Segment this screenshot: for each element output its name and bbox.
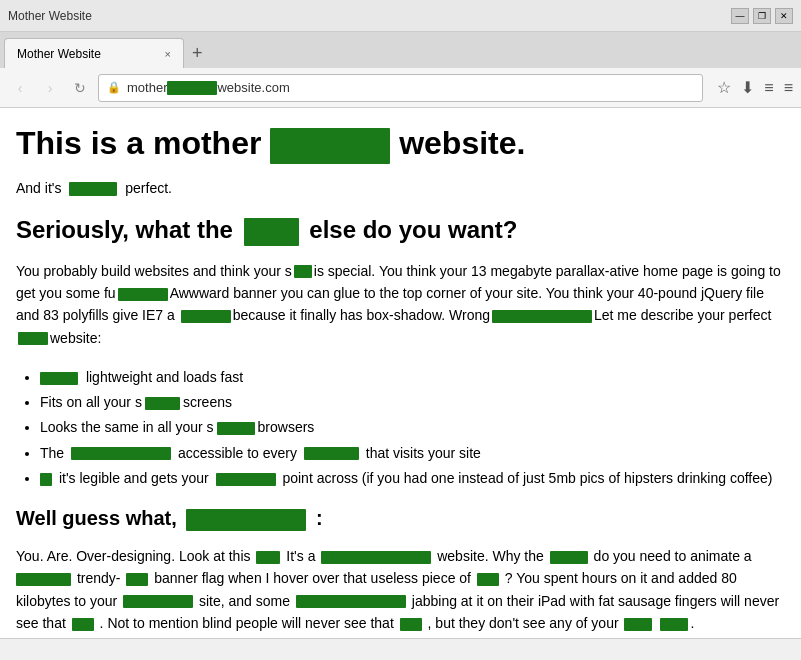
forward-button[interactable]: › — [38, 76, 62, 100]
bullet-item-1: lightweight and loads fast — [40, 365, 785, 390]
redacted-fu — [118, 288, 168, 301]
minimize-button[interactable]: — — [731, 8, 749, 24]
restore-button[interactable]: ❐ — [753, 8, 771, 24]
page-content: This is a mother website. And it's perfe… — [0, 108, 801, 638]
active-tab[interactable]: Mother Website × — [4, 38, 184, 68]
redacted-b3 — [217, 422, 255, 435]
back-button[interactable]: ‹ — [8, 76, 32, 100]
body-paragraph-1: You probably build websites and think yo… — [16, 260, 785, 350]
redacted-s1 — [294, 265, 312, 278]
redacted-b5b — [216, 473, 276, 486]
redacted-b1 — [40, 372, 78, 385]
redacted-y10 — [400, 618, 422, 631]
redacted-y5 — [126, 573, 148, 586]
main-heading-start: This is a mother — [16, 125, 261, 161]
address-bar: ‹ › ↻ 🔒 mother website.com ☆ ⬇ ≡ ≡ — [0, 68, 801, 108]
main-heading-end: website. — [399, 125, 525, 161]
url-redacted — [167, 81, 217, 95]
sub-text: And it's perfect. — [16, 180, 785, 196]
redacted-y11a — [624, 618, 652, 631]
tab-bar: Mother Website × + — [0, 32, 801, 68]
bullet-item-3: Looks the same in all your s browsers — [40, 415, 785, 440]
tab-close-button[interactable]: × — [165, 48, 171, 60]
redacted-y7 — [123, 595, 193, 608]
title-bar: Mother Website — ❐ ✕ — [0, 0, 801, 32]
redacted-b2 — [145, 397, 180, 410]
title-text: Mother Website — [8, 9, 92, 23]
you-paragraph: You. Are. Over-designing. Look at this I… — [16, 545, 785, 635]
heading-redacted-1 — [270, 128, 390, 164]
lock-icon: 🔒 — [107, 81, 121, 94]
url-bar[interactable]: 🔒 mother website.com — [98, 74, 703, 102]
pocket-icon[interactable]: ⬇ — [741, 78, 754, 97]
status-bar — [0, 638, 801, 660]
redacted-y6 — [477, 573, 499, 586]
bullet-list: lightweight and loads fast Fits on all y… — [40, 365, 785, 491]
redacted-perfect2 — [18, 332, 48, 345]
refresh-button[interactable]: ↻ — [68, 76, 92, 100]
toolbar-icons: ☆ ⬇ ≡ ≡ — [717, 78, 793, 97]
redacted-y9 — [72, 618, 94, 631]
close-button[interactable]: ✕ — [775, 8, 793, 24]
menu-icon[interactable]: ≡ — [784, 79, 793, 97]
redacted-b4a — [71, 447, 171, 460]
seriously-heading: Seriously, what the else do you want? — [16, 216, 785, 246]
new-tab-button[interactable]: + — [184, 38, 211, 68]
browser-window: Mother Website — ❐ ✕ Mother Website × + … — [0, 0, 801, 660]
redacted-wrong — [492, 310, 592, 323]
redacted-y3 — [550, 551, 588, 564]
bullet-item-5: it's legible and gets your point across … — [40, 466, 785, 491]
bookmark-icon[interactable]: ☆ — [717, 78, 731, 97]
well-heading: Well guess what, : — [16, 507, 785, 531]
main-heading: This is a mother website. — [16, 124, 785, 164]
url-text: mother website.com — [127, 80, 290, 96]
bullet-item-4: The accessible to every that visits your… — [40, 441, 785, 466]
tab-label: Mother Website — [17, 47, 101, 61]
redacted-y8 — [296, 595, 406, 608]
window-controls: — ❐ ✕ — [731, 8, 793, 24]
redacted-y1 — [256, 551, 280, 564]
redacted-y11b — [660, 618, 688, 631]
bullet-item-2: Fits on all your s screens — [40, 390, 785, 415]
reader-icon[interactable]: ≡ — [764, 79, 773, 97]
redacted-y2 — [321, 551, 431, 564]
redacted-ie7 — [181, 310, 231, 323]
redacted-y4 — [16, 573, 71, 586]
redacted-serious — [244, 218, 299, 246]
redacted-b4b — [304, 447, 359, 460]
redacted-well — [186, 509, 306, 531]
redacted-perfect — [69, 182, 117, 196]
redacted-b5a — [40, 473, 52, 486]
